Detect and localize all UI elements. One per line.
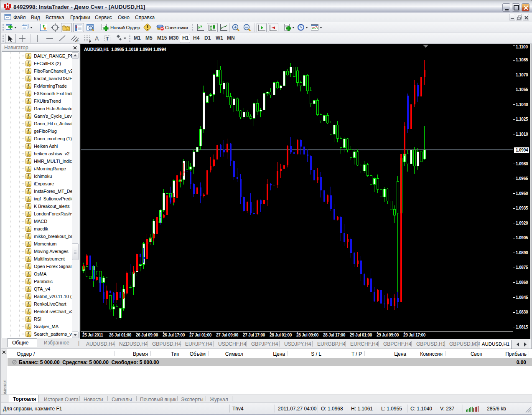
svg-text:1.0905: 1.0905 — [516, 235, 528, 240]
svg-text:1.0890: 1.0890 — [516, 251, 528, 255]
svg-text:1.1025: 1.1025 — [516, 117, 528, 121]
svg-text:F: F — [89, 40, 91, 43]
svg-text:1.0980: 1.0980 — [516, 162, 528, 166]
svg-text:1.0830: 1.0830 — [516, 310, 528, 314]
svg-text:27 Jul 17:00: 27 Jul 17:00 — [243, 333, 265, 337]
svg-text:1.1010: 1.1010 — [516, 132, 528, 137]
svg-text:26 Jul 17:00: 26 Jul 17:00 — [163, 333, 185, 337]
svg-text:1.0845: 1.0845 — [516, 295, 528, 300]
svg-text:26 Jul 09:00: 26 Jul 09:00 — [136, 333, 158, 337]
svg-text:27 Jul 09:00: 27 Jul 09:00 — [216, 333, 239, 337]
svg-text:AUDUSD,H1 1.0985 1.1018 1.098: AUDUSD,H1 1.0985 1.1018 1.0984 1.0994 — [84, 47, 166, 52]
svg-text:1.0965: 1.0965 — [516, 176, 528, 181]
svg-text:29 Jul 01:00: 29 Jul 01:00 — [350, 333, 372, 337]
svg-text:1.1085: 1.1085 — [516, 58, 528, 62]
svg-text:28 Jul 09:00: 28 Jul 09:00 — [296, 333, 319, 337]
svg-text:1.0935: 1.0935 — [516, 206, 528, 210]
svg-text:1.1055: 1.1055 — [516, 87, 528, 92]
svg-text:A: A — [95, 35, 99, 42]
svg-text:Советники: Советники — [165, 25, 188, 30]
svg-text:1.1070: 1.1070 — [516, 73, 528, 77]
svg-text:1.0860: 1.0860 — [516, 280, 528, 285]
svg-text:1.0950: 1.0950 — [516, 191, 528, 196]
svg-text:Новый Ордер: Новый Ордер — [110, 25, 140, 30]
svg-text:T: T — [106, 36, 109, 42]
svg-text:1.0920: 1.0920 — [516, 221, 528, 225]
svg-text:1.1040: 1.1040 — [516, 102, 528, 107]
svg-text:29 Jul 09:00: 29 Jul 09:00 — [377, 333, 399, 337]
svg-text:28 Jul 01:00: 28 Jul 01:00 — [270, 333, 292, 337]
svg-text:27 Jul 01:00: 27 Jul 01:00 — [189, 333, 212, 337]
svg-text:26 Jul 01:00: 26 Jul 01:00 — [109, 333, 132, 337]
svg-text:29 Jul 17:00: 29 Jul 17:00 — [403, 333, 426, 337]
svg-text:28 Jul 17:00: 28 Jul 17:00 — [323, 333, 346, 337]
svg-text:1.0875: 1.0875 — [516, 265, 528, 270]
svg-text:1.0994: 1.0994 — [516, 148, 528, 152]
svg-text:E: E — [76, 39, 79, 43]
svg-text:25 Jul 2011: 25 Jul 2011 — [82, 333, 103, 337]
svg-text:1.1100: 1.1100 — [516, 45, 528, 49]
svg-text:1.0815: 1.0815 — [516, 325, 528, 329]
